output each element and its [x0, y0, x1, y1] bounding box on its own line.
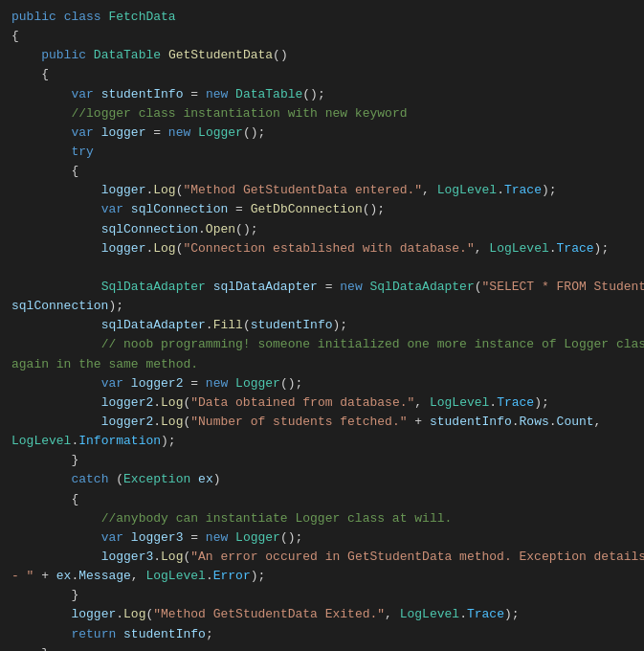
token-plain: [123, 202, 131, 216]
code-line: var logger3 = new Logger();: [0, 528, 644, 548]
token-prop: logger3: [131, 530, 184, 545]
token-cls: DataTable: [235, 87, 302, 101]
token-plain: ,: [131, 569, 146, 583]
token-cls: SqlDataAdapter: [101, 280, 206, 294]
code-line: }: [0, 451, 644, 470]
token-prop: logger2: [131, 376, 184, 391]
token-cmt: //anybody can instantiate Logger class a…: [101, 511, 453, 526]
token-plain: +: [33, 569, 56, 583]
token-plain: ();: [280, 530, 302, 545]
token-plain: {: [11, 29, 19, 43]
token-prop: logger3: [101, 550, 154, 564]
code-line: //anybody can instantiate Logger class a…: [0, 509, 644, 528]
token-kw: var: [71, 125, 93, 140]
token-kw: catch: [71, 472, 108, 486]
token-plain: .: [459, 607, 467, 621]
token-kw: class: [64, 10, 101, 24]
token-cls: Logger: [198, 125, 243, 140]
code-editor: public class FetchData{ public DataTable…: [0, 0, 644, 651]
token-plain: [94, 87, 101, 101]
token-prop: sqlDataAdapter: [101, 318, 206, 332]
token-meth: Log: [153, 183, 175, 197]
code-line: public class FetchData: [0, 8, 644, 27]
token-plain: ();: [302, 87, 324, 101]
token-plain: );: [534, 395, 549, 410]
token-enum: Trace: [467, 607, 504, 621]
token-plain: =: [183, 530, 205, 545]
token-plain: .: [198, 222, 206, 236]
token-kw: var: [101, 202, 123, 216]
token-meth: Open: [206, 222, 235, 236]
code-line: var logger2 = new Logger();: [0, 374, 644, 393]
token-str: "Number of students fetched.": [190, 415, 407, 429]
token-plain: .: [153, 415, 161, 429]
code-line: try: [0, 143, 644, 162]
token-str: - ": [11, 569, 33, 583]
token-enum: Information: [78, 434, 161, 448]
token-cls: SqlDataAdapter: [370, 280, 475, 294]
token-kw: new: [206, 376, 228, 391]
token-plain: );: [333, 318, 348, 332]
token-prop: logger2: [101, 415, 154, 429]
token-prop: studentInfo: [101, 87, 184, 101]
token-plain: [123, 376, 131, 391]
token-plain: [116, 627, 123, 641]
token-plain: .: [549, 241, 557, 256]
token-plain: (): [273, 48, 288, 62]
token-plain: .: [512, 415, 520, 429]
token-prop: sqlConnection: [131, 202, 228, 216]
token-plain: [123, 530, 131, 545]
token-plain: );: [108, 299, 123, 313]
token-prop: studentInfo: [251, 318, 333, 332]
code-line: sqlConnection);: [0, 297, 644, 316]
token-plain: =: [145, 125, 167, 140]
token-plain: [94, 125, 101, 140]
token-plain: ;: [206, 627, 213, 641]
token-prop: studentInfo: [430, 415, 512, 429]
token-prop: Count: [557, 415, 594, 429]
token-plain: ();: [363, 202, 385, 216]
token-plain: );: [542, 183, 557, 197]
token-meth: Fill: [213, 318, 243, 332]
token-kw: public: [11, 10, 56, 24]
token-plain: );: [161, 434, 176, 448]
token-meth: GetDbConnection: [251, 202, 363, 216]
token-kw: return: [71, 627, 116, 641]
token-prop: sqlConnection: [11, 299, 108, 313]
token-prop: logger: [101, 125, 146, 140]
token-plain: );: [594, 241, 610, 256]
token-plain: .: [206, 569, 213, 583]
code-line: return studentInfo;: [0, 625, 644, 644]
code-line: SqlDataAdapter sqlDataAdapter = new SqlD…: [0, 278, 644, 297]
token-meth: Log: [161, 550, 183, 564]
token-kw: new: [340, 280, 362, 294]
code-line: logger3.Log("An error occured in GetStud…: [0, 548, 644, 567]
token-enum: Trace: [504, 183, 542, 197]
code-line: logger.Log("Connection established with …: [0, 239, 644, 258]
code-line: [0, 258, 644, 278]
code-line: var sqlConnection = GetDbConnection();: [0, 200, 644, 219]
token-kw: public: [41, 48, 86, 62]
code-line: {: [0, 162, 644, 181]
token-plain: }: [41, 646, 49, 651]
token-cls: DataTable: [94, 48, 161, 62]
token-plain: =: [183, 376, 205, 391]
token-str: "Data obtained from database.": [190, 395, 414, 410]
code-line: again in the same method.: [0, 355, 644, 374]
token-plain: [228, 87, 235, 101]
token-kw: var: [71, 87, 93, 101]
code-line: logger2.Log("Data obtained from database…: [0, 393, 644, 413]
code-line: {: [0, 65, 644, 84]
code-line: public DataTable GetStudentData(): [0, 46, 644, 65]
token-cls: LogLevel: [11, 434, 71, 448]
code-line: - " + ex.Message, LogLevel.Error);: [0, 567, 644, 586]
token-plain: [86, 48, 94, 62]
code-line: // noob programming! someone initialized…: [0, 335, 644, 354]
token-kw: try: [71, 145, 93, 159]
token-enum: Error: [213, 569, 251, 583]
code-line: catch (Exception ex): [0, 470, 644, 489]
token-cls: FetchData: [108, 10, 175, 24]
token-plain: =: [183, 87, 205, 101]
token-plain: ();: [235, 222, 257, 236]
token-str: "Method GetStudentData entered.": [183, 183, 422, 197]
